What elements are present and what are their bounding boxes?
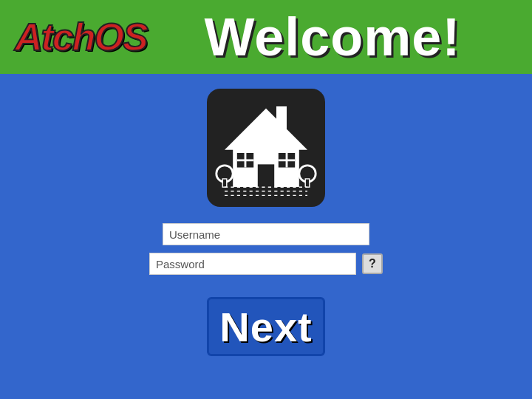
house-icon <box>207 89 325 207</box>
username-row <box>163 223 369 245</box>
next-button[interactable]: Next <box>207 297 325 356</box>
password-input[interactable] <box>149 253 356 275</box>
svg-rect-14 <box>305 179 310 187</box>
username-input[interactable] <box>163 223 369 245</box>
house-svg <box>214 96 318 200</box>
svg-rect-4 <box>258 164 274 187</box>
next-button-label: Next <box>219 303 312 351</box>
help-button[interactable]: ? <box>362 253 383 274</box>
header-bar: AtchOS Welcome! <box>0 0 532 74</box>
welcome-heading: Welcome! <box>148 7 517 67</box>
app-logo: AtchOS <box>15 15 147 59</box>
svg-rect-12 <box>222 179 227 187</box>
login-form: ? Next <box>0 223 532 356</box>
main-panel: ? Next <box>0 74 532 399</box>
password-row: ? <box>149 253 383 275</box>
